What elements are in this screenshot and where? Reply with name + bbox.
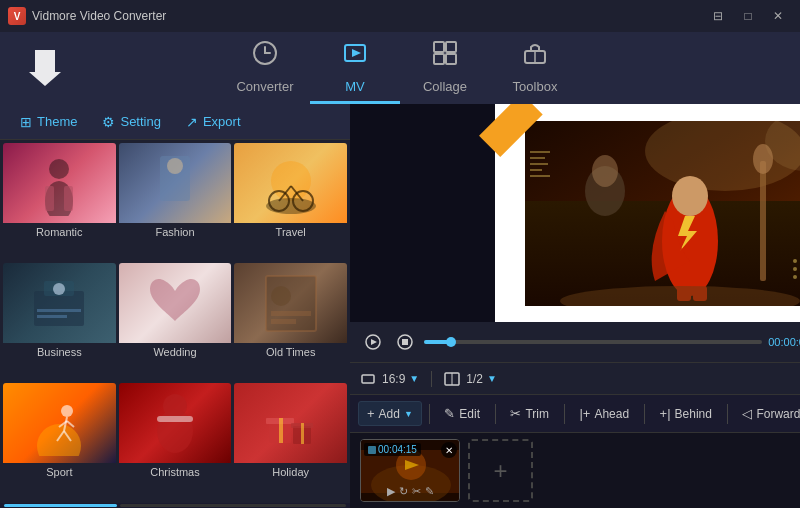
add-clip-icon: +: [493, 457, 507, 485]
setting-tab[interactable]: ⚙ Setting: [92, 110, 170, 134]
theme-oldtimes[interactable]: Old Times: [234, 263, 347, 380]
split-value: 1/2: [466, 372, 483, 386]
trim-label: Trim: [525, 407, 549, 421]
export-icon: ↗: [186, 114, 198, 130]
forward-icon: ◁: [742, 406, 752, 421]
edit-label: Edit: [459, 407, 480, 421]
add-button[interactable]: + Add ▼: [358, 401, 422, 426]
theme-fashion[interactable]: Fashion: [119, 143, 232, 260]
ratio-arrow-icon: ▼: [409, 373, 419, 384]
ahead-button[interactable]: |+ Ahead: [571, 402, 637, 425]
clip-controls: ▶ ↻ ✂ ✎: [361, 485, 459, 498]
clip-play-icon[interactable]: ▶: [387, 485, 395, 498]
title-bar: V Vidmore Video Converter ⊟ □ ✕: [0, 0, 800, 32]
add-clip-button[interactable]: +: [468, 439, 533, 502]
main-content: ⊞ Theme ⚙ Setting ↗ Export: [0, 104, 800, 508]
svg-marker-76: [371, 339, 377, 345]
nav-bar: Converter MV Collage: [0, 32, 800, 104]
progress-thumb: [446, 337, 456, 347]
ratio-value: 16:9: [382, 372, 405, 386]
app-title: Vidmore Video Converter: [32, 9, 166, 23]
mv-icon: [341, 39, 369, 73]
add-dropdown-icon: ▼: [404, 409, 413, 419]
theme-icon: ⊞: [20, 114, 32, 130]
forward-label: Forward: [756, 407, 800, 421]
clip-edit-icon[interactable]: ✎: [425, 485, 434, 498]
add-label: Add: [379, 407, 400, 421]
add-icon: +: [367, 406, 375, 421]
theme-tab[interactable]: ⊞ Theme: [10, 110, 87, 134]
theme-grid: Romantic Fashion: [0, 140, 350, 503]
timeline-toolbar: + Add ▼ ✎ Edit ✂ Trim: [350, 395, 800, 433]
clip-loop-icon[interactable]: ↻: [399, 485, 408, 498]
theme-romantic[interactable]: Romantic: [3, 143, 116, 260]
svg-point-52: [672, 176, 708, 216]
svg-rect-70: [530, 151, 550, 153]
svg-point-57: [753, 144, 773, 174]
trim-button[interactable]: ✂ Trim: [502, 402, 557, 425]
maximize-button[interactable]: □: [734, 6, 762, 26]
svg-rect-73: [530, 169, 542, 171]
preview-video-area: +: [525, 121, 800, 306]
stop-button[interactable]: [392, 329, 418, 355]
scroll-indicator: [0, 503, 350, 508]
tab-mv[interactable]: MV: [310, 32, 400, 104]
clip-close-button[interactable]: ✕: [441, 442, 457, 458]
export-tab[interactable]: ↗ Export: [176, 110, 251, 134]
minimize-button[interactable]: ⊟: [704, 6, 732, 26]
app-logo: [20, 43, 70, 93]
forward-button[interactable]: ◁ Forward: [734, 402, 800, 425]
behind-icon: +|: [660, 406, 671, 421]
edit-icon: ✎: [444, 406, 455, 421]
progress-bar[interactable]: [424, 340, 762, 344]
time-display: 00:00:02.21/00:04:15.12: [768, 336, 800, 348]
timeline-clips: 00:04:15 ✕ ▶ ↻ ✂ ✎ +: [350, 433, 800, 508]
svg-rect-80: [362, 375, 374, 383]
export-label: Export: [203, 114, 241, 129]
svg-rect-78: [402, 339, 408, 345]
tab-converter[interactable]: Converter: [220, 32, 310, 104]
ratio-select[interactable]: 16:9 ▼: [382, 372, 419, 386]
toolbox-icon: [521, 39, 549, 73]
theme-christmas[interactable]: Christmas: [119, 383, 232, 500]
theme-label: Theme: [37, 114, 77, 129]
clip-item-1[interactable]: 00:04:15 ✕ ▶ ↻ ✂ ✎: [360, 439, 460, 502]
separator: [431, 371, 432, 387]
controls-bar: 00:00:02.21/00:04:15.12 Export: [350, 322, 800, 362]
video-content-svg: [525, 121, 800, 306]
svg-rect-6: [434, 54, 444, 64]
svg-point-59: [592, 155, 618, 187]
behind-button[interactable]: +| Behind: [652, 402, 720, 425]
svg-rect-88: [368, 446, 376, 454]
svg-point-64: [793, 267, 797, 271]
split-select[interactable]: 1/2 ▼: [466, 372, 497, 386]
clip-cut-icon[interactable]: ✂: [412, 485, 421, 498]
converter-icon: [251, 39, 279, 73]
collage-label: Collage: [423, 79, 467, 94]
split-icon: [444, 371, 460, 387]
play-button[interactable]: [360, 329, 386, 355]
svg-rect-5: [446, 42, 456, 52]
svg-point-61: [793, 259, 797, 263]
panel-tabs: ⊞ Theme ⚙ Setting ↗ Export: [0, 104, 350, 140]
theme-travel[interactable]: Travel: [234, 143, 347, 260]
collage-icon: [431, 39, 459, 73]
edit-button[interactable]: ✎ Edit: [436, 402, 488, 425]
tab-toolbox[interactable]: Toolbox: [490, 32, 580, 104]
behind-label: Behind: [675, 407, 712, 421]
clip-duration-text: 00:04:15: [378, 444, 417, 455]
theme-business[interactable]: Business: [3, 263, 116, 380]
theme-wedding[interactable]: Wedding: [119, 263, 232, 380]
mv-label: MV: [345, 79, 365, 94]
close-button[interactable]: ✕: [764, 6, 792, 26]
setting-label: Setting: [120, 114, 160, 129]
theme-holiday[interactable]: Holiday: [234, 383, 347, 500]
ahead-label: Ahead: [594, 407, 629, 421]
right-panel: + 00:00:02.21/00:04:15.12 Export: [350, 104, 800, 508]
clip-duration-icon: [368, 446, 376, 454]
tab-collage[interactable]: Collage: [400, 32, 490, 104]
theme-sport[interactable]: Sport: [3, 383, 116, 500]
svg-rect-72: [530, 163, 548, 165]
ahead-icon: |+: [579, 406, 590, 421]
svg-marker-0: [29, 50, 61, 86]
